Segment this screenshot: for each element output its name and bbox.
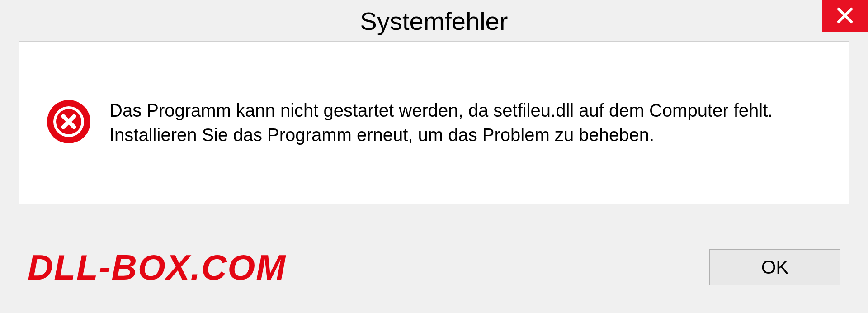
ok-button[interactable]: OK <box>709 249 840 285</box>
dialog-title: Systemfehler <box>360 6 508 36</box>
error-message: Das Programm kann nicht gestartet werden… <box>109 98 822 147</box>
ok-button-label: OK <box>761 256 789 278</box>
close-button[interactable] <box>822 0 868 32</box>
title-bar: Systemfehler <box>0 0 868 41</box>
dialog-footer: DLL-BOX.COM OK <box>0 222 868 313</box>
error-dialog: Systemfehler Das Programm kann nicht ges… <box>0 0 868 313</box>
error-icon <box>46 99 91 146</box>
close-icon <box>836 6 854 26</box>
dialog-content: Das Programm kann nicht gestartet werden… <box>19 41 849 204</box>
watermark-text: DLL-BOX.COM <box>28 247 286 288</box>
